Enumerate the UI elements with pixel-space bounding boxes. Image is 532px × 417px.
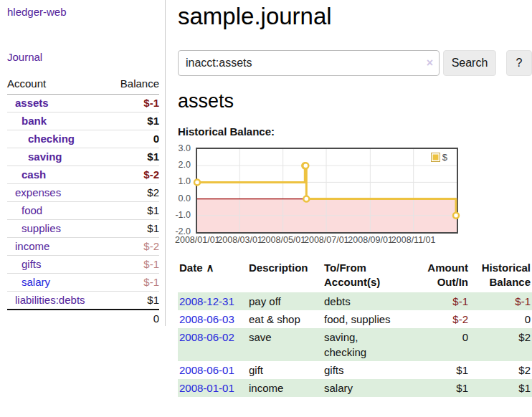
sidebar-account-balance: $2 <box>108 184 159 202</box>
transaction-balance: $2 <box>470 361 532 379</box>
x-tick-label: 2008/07/01 <box>304 235 348 245</box>
page-title: sample.journal <box>178 0 532 31</box>
sidebar-account-link-saving[interactable]: saving <box>28 150 62 163</box>
transaction-date-link[interactable]: 2008-06-01 <box>179 364 234 376</box>
chart-plot-area[interactable]: $ <box>196 148 458 234</box>
sidebar-account-link-supplies[interactable]: supplies <box>22 222 61 234</box>
clear-search-icon[interactable]: × <box>427 57 433 69</box>
sidebar-account-link-cash[interactable]: cash <box>22 168 46 181</box>
register-row: 2008-12-31pay offdebts$-1$-1 <box>178 292 532 310</box>
sidebar-account-balance: $-2 <box>108 166 159 184</box>
app-brand-link[interactable]: hledger-web <box>7 6 67 18</box>
help-button[interactable]: ? <box>506 50 532 76</box>
sidebar-account-balance: $1 <box>108 148 159 166</box>
sidebar-account-row: income$-2 <box>7 238 159 256</box>
search-button[interactable]: Search <box>443 50 496 76</box>
register-column-header: Historical Balance <box>470 259 532 292</box>
sidebar-account-row: gifts$-1 <box>7 256 159 274</box>
y-tick-label: 2.0 <box>179 160 191 171</box>
journal-nav: Journal <box>7 51 159 64</box>
register-column-header: Description <box>247 259 323 292</box>
sidebar-account-balance: $1 <box>108 112 159 130</box>
x-tick-label: 2008/01/01 <box>175 235 219 245</box>
register-header-row: Date∧DescriptionTo/From Account(s)Amount… <box>178 259 532 292</box>
transaction-description: eat & shop <box>247 310 323 328</box>
sidebar-account-balance: $-1 <box>108 256 159 274</box>
sidebar-account-link-income[interactable]: income <box>15 240 49 252</box>
transaction-amount: $1 <box>405 379 470 397</box>
app-brand: hledger-web <box>7 6 159 19</box>
sidebar-account-balance: $-1 <box>108 95 159 112</box>
y-tick-label: 3.0 <box>179 143 191 154</box>
register-row: 2008-06-02savesaving, checking0$2 <box>178 328 532 361</box>
register-body: 2008-12-31pay offdebts$-1$-12008-06-03ea… <box>178 292 532 397</box>
sidebar-account-row: liabilities:debts$1 <box>7 292 159 310</box>
transaction-balance: $2 <box>470 328 532 361</box>
transaction-balance: 0 <box>470 310 532 328</box>
sidebar-account-balance: $-1 <box>108 274 159 292</box>
transaction-balance: $1 <box>470 379 532 397</box>
transaction-accounts: salary <box>323 379 405 397</box>
chart-x-axis: 2008/01/012008/03/012008/05/012008/07/01… <box>178 235 532 246</box>
sidebar-account-link-expenses[interactable]: expenses <box>15 186 61 198</box>
sidebar-account-balance: $-2 <box>108 238 159 256</box>
transaction-accounts: gifts <box>323 361 405 379</box>
sidebar-account-row: assets$-1 <box>7 95 159 112</box>
transaction-amount: $-2 <box>405 310 470 328</box>
register-column-header[interactable]: Date∧ <box>178 259 247 292</box>
transaction-date-link[interactable]: 2008-06-03 <box>179 313 234 325</box>
register-table: Date∧DescriptionTo/From Account(s)Amount… <box>178 259 532 397</box>
account-heading: assets <box>178 88 532 114</box>
sidebar-account-balance: $1 <box>108 220 159 238</box>
transaction-amount: 0 <box>405 328 470 361</box>
transaction-description: gift <box>247 361 323 379</box>
chart-svg <box>197 149 457 232</box>
y-tick-label: -1.0 <box>175 210 191 221</box>
sort-asc-icon: ∧ <box>206 262 214 274</box>
y-tick-label: 0.0 <box>179 193 191 204</box>
sidebar-account-row: salary$-1 <box>7 274 159 292</box>
transaction-description: pay off <box>247 292 323 310</box>
journal-link[interactable]: Journal <box>7 51 42 63</box>
x-tick-label: 2008/05/01 <box>261 235 305 245</box>
sidebar: hledger-web Journal Account Balance asse… <box>0 0 166 326</box>
sidebar-account-link-bank[interactable]: bank <box>22 115 47 127</box>
register-column-header: To/From Account(s) <box>323 259 405 292</box>
page: hledger-web Journal Account Balance asse… <box>0 0 532 397</box>
sidebar-account-row: food$1 <box>7 202 159 220</box>
search-box: × <box>178 50 440 76</box>
chart-heading: Historical Balance: <box>178 125 532 138</box>
transaction-accounts: debts <box>323 292 405 310</box>
search-input[interactable] <box>178 50 440 76</box>
transaction-accounts: saving, checking <box>323 328 405 361</box>
chart-y-axis: 3.02.01.00.0-1.0-2.0 <box>178 148 192 234</box>
sidebar-account-link-liabilities:debts[interactable]: liabilities:debts <box>15 294 85 306</box>
sidebar-account-link-assets[interactable]: assets <box>15 97 49 109</box>
sidebar-account-balance: $1 <box>108 202 159 220</box>
register-row: 2008-06-03eat & shopfood, supplies$-20 <box>178 310 532 328</box>
x-tick-label: 2008/09/01 <box>348 235 392 245</box>
transaction-amount: $-1 <box>405 292 470 310</box>
legend-label: $ <box>442 153 447 162</box>
sidebar-account-row: checking0 <box>7 130 159 148</box>
sidebar-account-link-food[interactable]: food <box>22 204 42 216</box>
transaction-description: save <box>247 328 323 361</box>
transaction-amount: $1 <box>405 361 470 379</box>
sidebar-account-row: supplies$1 <box>7 220 159 238</box>
transaction-accounts: food, supplies <box>323 310 405 328</box>
transaction-date-link[interactable]: 2008-01-01 <box>179 382 234 394</box>
sidebar-account-link-salary[interactable]: salary <box>22 276 50 288</box>
x-tick-label: 2008/03/01 <box>217 235 262 245</box>
transaction-description: income <box>247 379 323 397</box>
register-row: 2008-06-01giftgifts$1$2 <box>178 361 532 379</box>
sidebar-account-link-checking[interactable]: checking <box>28 133 75 145</box>
register-row: 2008-01-01incomesalary$1$1 <box>178 379 532 397</box>
sidebar-account-link-gifts[interactable]: gifts <box>22 258 42 270</box>
search-row: × Search ? <box>178 50 532 76</box>
sidebar-accounts-table: Account Balance assets$-1bank$1checking0… <box>7 77 159 327</box>
transaction-date-link[interactable]: 2008-06-02 <box>179 331 234 343</box>
total-balance: 0 <box>108 310 159 327</box>
sidebar-account-row: expenses$2 <box>7 184 159 202</box>
transaction-date-link[interactable]: 2008-12-31 <box>179 295 234 307</box>
sidebar-account-row: cash$-2 <box>7 166 159 184</box>
